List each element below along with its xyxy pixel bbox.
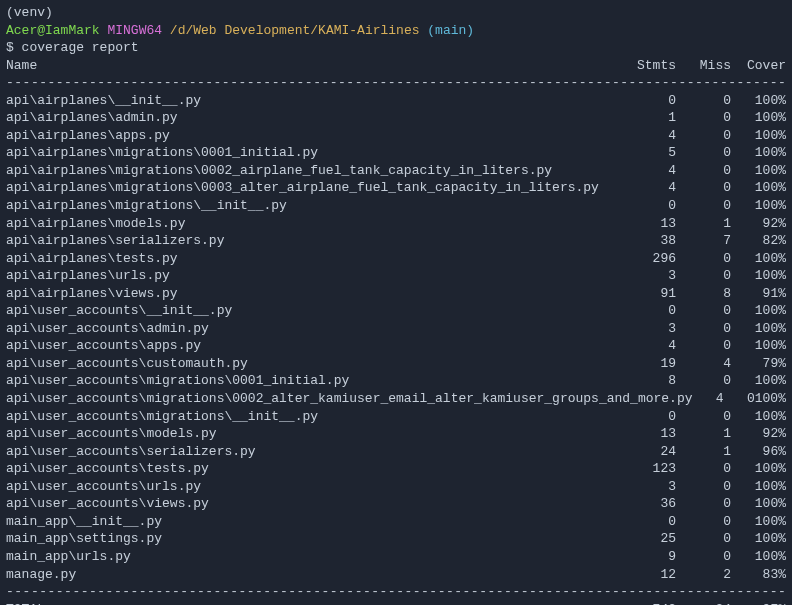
stmts-value: 13 [621,425,676,443]
table-row: api\airplanes\urls.py30100% [6,267,786,285]
miss-value: 0 [676,372,731,390]
stmts-value: 36 [621,495,676,513]
cover-value: 100% [731,250,786,268]
table-row: api\airplanes\migrations\0002_airplane_f… [6,162,786,180]
stmts-value: 296 [621,250,676,268]
table-row: manage.py12283% [6,566,786,584]
miss-value: 7 [676,232,731,250]
file-name: api\airplanes\views.py [6,285,621,303]
miss-value: 0 [676,179,731,197]
cover-value: 100% [731,109,786,127]
table-row: api\user_accounts\urls.py30100% [6,478,786,496]
table-row: api\airplanes\migrations\0003_alter_airp… [6,179,786,197]
col-cover: Cover [731,57,786,75]
stmts-value: 3 [621,267,676,285]
miss-value: 0 [676,302,731,320]
file-name: api\user_accounts\migrations\__init__.py [6,408,621,426]
cover-value: 100% [731,530,786,548]
miss-value: 2 [676,566,731,584]
table-header: Name Stmts Miss Cover [6,57,786,75]
cover-value: 100% [731,144,786,162]
miss-value: 0 [676,408,731,426]
file-name: manage.py [6,566,621,584]
col-stmts: Stmts [621,57,676,75]
divider-bottom: ----------------------------------------… [6,583,786,601]
file-name: api\airplanes\__init__.py [6,92,621,110]
file-name: api\user_accounts\serializers.py [6,443,621,461]
stmts-value: 4 [693,390,724,408]
table-row: api\airplanes\apps.py40100% [6,127,786,145]
total-stmts: 742 [621,601,676,605]
miss-value: 0 [676,530,731,548]
miss-value: 0 [676,478,731,496]
miss-value: 0 [676,320,731,338]
file-name: api\airplanes\migrations\0002_airplane_f… [6,162,621,180]
stmts-value: 123 [621,460,676,478]
file-name: api\airplanes\apps.py [6,127,621,145]
miss-value: 0 [724,390,755,408]
stmts-value: 4 [621,179,676,197]
cover-value: 100% [731,460,786,478]
file-name: api\user_accounts\customauth.py [6,355,621,373]
stmts-value: 25 [621,530,676,548]
table-row: api\user_accounts\views.py360100% [6,495,786,513]
file-name: api\user_accounts\views.py [6,495,621,513]
file-name: api\airplanes\serializers.py [6,232,621,250]
file-name: api\user_accounts\admin.py [6,320,621,338]
cover-value: 100% [731,548,786,566]
stmts-value: 4 [621,127,676,145]
col-miss: Miss [676,57,731,75]
stmts-value: 0 [621,408,676,426]
table-row: api\user_accounts\__init__.py00100% [6,302,786,320]
col-name: Name [6,57,621,75]
miss-value: 8 [676,285,731,303]
stmts-value: 0 [621,197,676,215]
table-row: main_app\settings.py250100% [6,530,786,548]
stmts-value: 0 [621,513,676,531]
file-name: api\airplanes\migrations\__init__.py [6,197,621,215]
venv-indicator: (venv) [6,4,786,22]
cover-value: 100% [731,92,786,110]
table-row: api\airplanes\views.py91891% [6,285,786,303]
shell-prompt: Acer@IamMark MINGW64 /d/Web Development/… [6,22,786,40]
table-row: api\user_accounts\migrations\__init__.py… [6,408,786,426]
table-row: api\user_accounts\admin.py30100% [6,320,786,338]
miss-value: 0 [676,92,731,110]
stmts-value: 24 [621,443,676,461]
file-name: main_app\urls.py [6,548,621,566]
cover-value: 100% [731,162,786,180]
table-row: api\airplanes\tests.py2960100% [6,250,786,268]
file-name: main_app\__init__.py [6,513,621,531]
miss-value: 0 [676,548,731,566]
divider-top: ----------------------------------------… [6,74,786,92]
table-row: api\user_accounts\migrations\0001_initia… [6,372,786,390]
cover-value: 96% [731,443,786,461]
table-row: main_app\urls.py90100% [6,548,786,566]
table-row: api\user_accounts\serializers.py24196% [6,443,786,461]
cover-value: 100% [731,127,786,145]
cover-value: 100% [731,320,786,338]
cover-value: 83% [731,566,786,584]
file-name: api\airplanes\migrations\0003_alter_airp… [6,179,621,197]
cover-value: 100% [731,197,786,215]
stmts-value: 91 [621,285,676,303]
command-line[interactable]: $ coverage report [6,39,786,57]
stmts-value: 3 [621,320,676,338]
stmts-value: 8 [621,372,676,390]
table-row: main_app\__init__.py00100% [6,513,786,531]
cover-value: 100% [731,372,786,390]
file-name: api\user_accounts\__init__.py [6,302,621,320]
table-row: api\user_accounts\tests.py1230100% [6,460,786,478]
stmts-value: 4 [621,337,676,355]
miss-value: 0 [676,250,731,268]
stmts-value: 19 [621,355,676,373]
miss-value: 1 [676,425,731,443]
cover-value: 100% [755,390,786,408]
cover-value: 100% [731,337,786,355]
miss-value: 1 [676,215,731,233]
table-row: api\airplanes\__init__.py00100% [6,92,786,110]
cover-value: 100% [731,495,786,513]
cover-value: 100% [731,267,786,285]
stmts-value: 4 [621,162,676,180]
file-name: api\airplanes\tests.py [6,250,621,268]
